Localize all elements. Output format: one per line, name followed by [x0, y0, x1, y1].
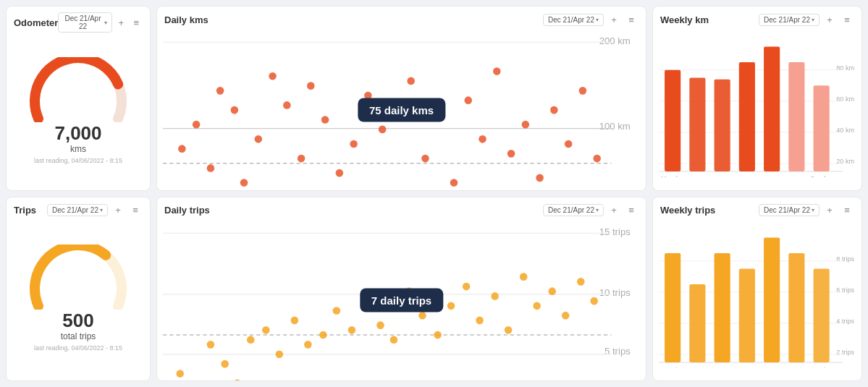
svg-point-20 [283, 101, 291, 109]
weekly-km-controls: Dec 21/Apr 22 ▾ + ≡ [759, 12, 854, 27]
chevron-down-icon: ▾ [812, 207, 814, 213]
trips-title: Trips [14, 205, 36, 216]
svg-point-31 [436, 111, 444, 119]
svg-text:100 km: 100 km [599, 121, 631, 132]
daily-trips-add-icon[interactable]: + [607, 203, 621, 218]
svg-point-98 [505, 326, 513, 333]
dashboard: Odometer Dec 21/Apr 22 ▾ + ≡ 7,000 kms l… [0, 0, 868, 387]
svg-text:15 trips: 15 trips [599, 226, 631, 237]
svg-point-21 [298, 155, 306, 163]
daily-kms-menu-icon[interactable]: ≡ [624, 12, 639, 27]
svg-point-29 [407, 77, 415, 85]
daily-kms-scatter: 200 km 100 km 0 12-2021 01-2022 02-2022 … [163, 33, 640, 191]
odometer-value: 7,000 [54, 124, 101, 143]
weekly-km-add-icon[interactable]: + [822, 12, 837, 27]
svg-point-84 [304, 341, 312, 349]
daily-trips-card: Daily trips Dec 21/Apr 22 ▾ + ≡ 15 trips… [156, 197, 646, 382]
trips-card: Trips Dec 21/Apr 22 ▾ + ≡ 500 total trip… [6, 197, 151, 382]
odometer-unit: kms [70, 144, 86, 154]
trips-gauge [28, 244, 129, 310]
svg-point-79 [234, 379, 242, 381]
weekly-trips-chart-body: 2 trips 4 trips 6 trips 8 trips [653, 221, 861, 381]
svg-point-92 [418, 311, 426, 319]
weekly-km-header: Weekly km Dec 21/Apr 22 ▾ + ≡ [653, 7, 861, 30]
svg-point-33 [464, 96, 472, 104]
svg-point-103 [577, 277, 585, 285]
svg-point-87 [348, 326, 356, 333]
svg-rect-58 [814, 85, 830, 171]
svg-rect-116 [715, 252, 730, 362]
svg-rect-119 [788, 252, 804, 362]
odometer-title: Odometer [14, 17, 58, 28]
weekly-km-date-range[interactable]: Dec 21/Apr 22 ▾ [759, 14, 819, 26]
daily-trips-chart-body: 15 trips 10 trips 5 trips 0 12-2021 01-2… [157, 221, 646, 382]
trips-controls: Dec 21/Apr 22 ▾ + ≡ [47, 203, 143, 218]
daily-kms-title: Daily kms [164, 14, 208, 25]
chevron-down-icon: ▾ [812, 17, 814, 23]
daily-kms-date-range[interactable]: Dec 21/Apr 22 ▾ [543, 14, 604, 26]
trips-unit: total trips [61, 331, 96, 341]
weekly-km-chart-body: 20 km 40 km 60 km 80 km [653, 30, 861, 190]
svg-point-86 [333, 307, 341, 315]
svg-point-82 [276, 350, 284, 358]
svg-point-80 [247, 336, 255, 344]
svg-point-34 [479, 135, 486, 143]
weekly-trips-menu-icon[interactable]: ≡ [840, 203, 854, 218]
odometer-gauge-container: 7,000 kms last reading, 04/06/2022 - 8:1… [7, 35, 150, 190]
svg-rect-114 [665, 252, 681, 362]
odometer-card: Odometer Dec 21/Apr 22 ▾ + ≡ 7,000 kms l… [6, 6, 151, 191]
svg-text:Monday: Monday [661, 174, 685, 177]
svg-point-15 [216, 87, 224, 95]
daily-kms-chart-body: 200 km 100 km 0 12-2021 01-2022 02-2022 … [157, 30, 646, 191]
svg-rect-53 [689, 78, 705, 171]
odometer-controls: Dec 21/Apr 22 ▾ + ≡ [58, 12, 143, 33]
weekly-trips-date-range[interactable]: Dec 21/Apr 22 ▾ [759, 204, 819, 216]
svg-text:Sunday: Sunday [810, 365, 833, 367]
odometer-add-icon[interactable]: + [115, 15, 127, 30]
svg-point-90 [390, 336, 398, 344]
daily-kms-add-icon[interactable]: + [607, 12, 621, 27]
svg-point-95 [463, 282, 471, 290]
weekly-km-menu-icon[interactable]: ≡ [840, 12, 854, 27]
odometer-date-range[interactable]: Dec 21/Apr 22 ▾ [58, 12, 111, 33]
daily-trips-controls: Dec 21/Apr 22 ▾ + ≡ [543, 203, 639, 218]
weekly-trips-header: Weekly trips Dec 21/Apr 22 ▾ + ≡ [653, 197, 861, 221]
svg-point-26 [364, 92, 372, 100]
daily-kms-card: Daily kms Dec 21/Apr 22 ▾ + ≡ 200 km 100… [156, 6, 646, 191]
weekly-trips-bar-chart: 2 trips 4 trips 6 trips 8 trips [659, 224, 856, 368]
weekly-km-card: Weekly km Dec 21/Apr 22 ▾ + ≡ 20 km 40 k… [652, 6, 862, 191]
weekly-trips-add-icon[interactable]: + [822, 203, 837, 218]
trips-menu-icon[interactable]: ≡ [128, 203, 143, 218]
svg-point-37 [522, 121, 530, 129]
svg-point-24 [336, 169, 344, 177]
svg-point-40 [565, 140, 573, 148]
svg-point-41 [579, 87, 587, 95]
svg-point-12 [178, 145, 186, 153]
svg-point-102 [562, 311, 570, 319]
odometer-gauge [28, 57, 129, 122]
svg-point-77 [207, 341, 215, 349]
trips-add-icon[interactable]: + [111, 203, 125, 218]
daily-kms-header: Daily kms Dec 21/Apr 22 ▾ + ≡ [157, 7, 646, 30]
trips-date-range[interactable]: Dec 21/Apr 22 ▾ [47, 204, 108, 216]
svg-rect-120 [814, 268, 830, 362]
daily-trips-title: Daily trips [164, 205, 210, 216]
daily-trips-scatter: 15 trips 10 trips 5 trips 0 12-2021 01-2… [163, 224, 640, 382]
svg-text:Sunday: Sunday [810, 174, 833, 177]
trips-reading: last reading, 04/06/2022 - 8:15 [34, 344, 122, 352]
daily-kms-controls: Dec 21/Apr 22 ▾ + ≡ [543, 12, 639, 27]
weekly-trips-card: Weekly trips Dec 21/Apr 22 ▾ + ≡ 2 trips… [652, 197, 862, 382]
svg-point-19 [269, 72, 277, 80]
odometer-menu-icon[interactable]: ≡ [130, 15, 143, 30]
svg-point-14 [207, 164, 215, 172]
daily-trips-menu-icon[interactable]: ≡ [624, 203, 639, 218]
svg-rect-52 [665, 70, 681, 171]
svg-rect-118 [764, 237, 780, 362]
svg-point-30 [421, 155, 429, 163]
svg-point-17 [240, 179, 248, 187]
svg-text:5 trips: 5 trips [604, 345, 631, 356]
chevron-down-icon: ▾ [596, 17, 599, 23]
daily-trips-date-range[interactable]: Dec 21/Apr 22 ▾ [543, 204, 604, 216]
svg-rect-55 [739, 62, 755, 171]
svg-point-78 [221, 360, 229, 367]
